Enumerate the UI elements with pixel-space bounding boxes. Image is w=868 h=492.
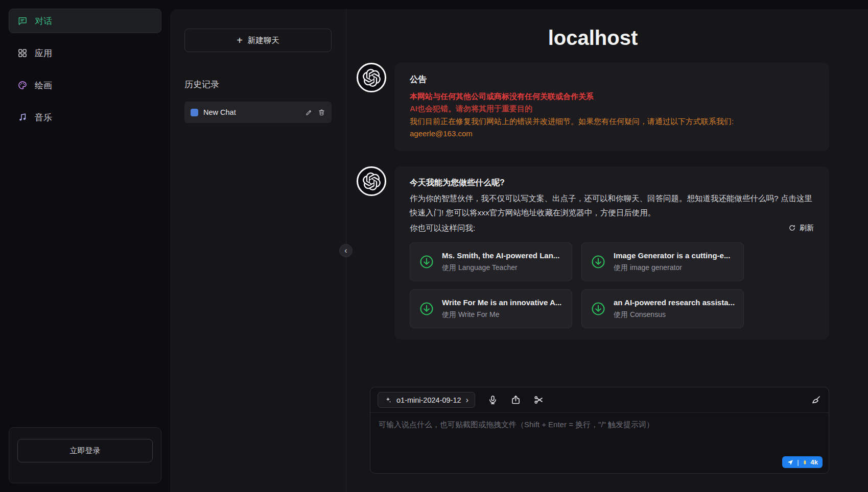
suggestion-card[interactable]: an AI-powered research assista... 使用 Con… [581,289,744,328]
music-note-icon [17,112,28,122]
sidebar-item-label: 应用 [35,47,52,59]
page-title: localhost [357,27,829,50]
palette-icon [17,80,28,90]
scissors-icon[interactable] [533,395,544,405]
circle-arrow-down-icon [418,301,435,317]
chat-bubble-icon [17,16,28,26]
sidebar-item-label: 对话 [35,15,52,27]
refresh-button[interactable]: 刷新 [788,224,814,233]
welcome-bubble: 今天我能为您做些什么呢? 作为你的智慧伙伴，我不仅可以写文案、出点子，还可以和你… [394,166,829,339]
plus-icon: + [237,35,243,45]
composer-input-area: | 4k [370,413,829,473]
microphone-icon[interactable] [487,395,498,405]
suggestion-texts: Ms. Smith, the AI-powered Lan... 使用 Lang… [442,251,559,273]
refresh-label: 刷新 [800,224,814,233]
composer: o1-mini-2024-09-12 › | 4k [370,387,829,474]
login-panel: 立即登录 [9,427,161,483]
send-button[interactable]: | 4k [782,456,823,468]
history-title: 历史记录 [184,79,332,90]
sidebar: 对话 应用 绘画 音乐 立即登录 [0,0,170,492]
sidebar-item-label: 音乐 [35,112,52,124]
clean-broom-icon[interactable] [811,395,822,405]
main-chat-area: localhost 公告 本网站与任何其他公司或商标没有任何关联或合作关系 AI… [346,9,868,492]
login-button[interactable]: 立即登录 [17,439,153,462]
suggestion-title: Ms. Smith, the AI-powered Lan... [442,251,559,260]
suggestion-texts: an AI-powered research assista... 使用 Con… [614,298,735,319]
suggestion-subtitle: 使用 image generator [614,263,730,273]
openai-logo-icon [363,173,381,190]
sidebar-item-label: 绘画 [35,80,52,91]
suggestion-subtitle: 使用 Consensus [614,310,735,319]
sparkle-icon [384,396,392,404]
token-count: 4k [811,458,818,466]
send-plane-icon [787,459,794,466]
circle-arrow-down-icon [590,254,606,270]
announcement-line2: AI也会犯错。请勿将其用于重要目的 [410,103,814,115]
model-selector[interactable]: o1-mini-2024-09-12 › [378,392,475,408]
message-input[interactable] [379,420,820,456]
edit-pencil-icon[interactable] [305,109,313,116]
refresh-icon [788,224,796,232]
ask-row: 你也可以这样问我: 刷新 [410,221,814,235]
welcome-title: 今天我能为您做些什么呢? [410,178,814,188]
chevron-left-icon: ‹ [344,247,347,255]
announcement-line3: 我们目前正在修复我们网站上的错误并改进细节。如果您有任何疑问，请通过以下方式联系… [410,115,814,128]
announcement-line1: 本网站与任何其他公司或商标没有任何关联或合作关系 [410,90,814,103]
announcement-bubble: 公告 本网站与任何其他公司或商标没有任何关联或合作关系 AI也会犯错。请勿将其用… [394,63,829,151]
chat-item-icon [191,109,198,116]
badge-divider: | [797,458,799,466]
sidebar-item-apps[interactable]: 应用 [9,41,161,65]
circle-arrow-down-icon [590,301,606,317]
openai-logo-icon [363,69,381,87]
chat-history-item[interactable]: New Chat [184,102,332,123]
apps-grid-icon [17,48,28,58]
sidebar-item-music[interactable]: 音乐 [9,105,161,130]
circle-arrow-down-icon [418,254,435,270]
suggestion-card[interactable]: Ms. Smith, the AI-powered Lan... 使用 Lang… [410,242,572,281]
new-chat-button[interactable]: + 新建聊天 [184,29,332,52]
chat-item-title: New Chat [203,108,300,116]
content-panel: + 新建聊天 历史记录 New Chat ‹ localhost [170,9,868,492]
new-chat-label: 新建聊天 [248,35,279,46]
welcome-message: 今天我能为您做些什么呢? 作为你的智慧伙伴，我不仅可以写文案、出点子，还可以和你… [357,166,829,339]
welcome-body: 作为你的智慧伙伴，我不仅可以写文案、出点子，还可以和你聊天、回答问题。想知道我还… [410,191,814,220]
chevron-right-icon: › [466,396,469,404]
sidebar-item-drawing[interactable]: 绘画 [9,73,161,97]
suggestion-texts: Write For Me is an innovative A... 使用 Wr… [442,298,561,319]
suggestion-subtitle: 使用 Language Teacher [442,263,559,273]
suggestion-grid: Ms. Smith, the AI-powered Lan... 使用 Lang… [410,242,814,328]
suggestion-title: Image Generator is a cutting-e... [614,251,730,260]
model-name: o1-mini-2024-09-12 [396,396,461,404]
contact-email-link[interactable]: ageerle@163.com [410,128,473,140]
composer-toolbar: o1-mini-2024-09-12 › [370,387,829,413]
announcement-message: 公告 本网站与任何其他公司或商标没有任何关联或合作关系 AI也会犯错。请勿将其用… [357,63,829,151]
announcement-title: 公告 [410,74,814,85]
sidebar-item-chat[interactable]: 对话 [9,9,161,33]
delete-trash-icon[interactable] [318,109,325,116]
assistant-avatar [357,166,386,196]
suggestion-title: Write For Me is an innovative A... [442,298,561,307]
upload-icon[interactable] [510,395,521,405]
suggestion-texts: Image Generator is a cutting-e... 使用 ima… [614,251,730,273]
ask-text: 你也可以这样问我: [410,221,475,235]
collapse-sidebar-button[interactable]: ‹ [339,244,353,257]
suggestion-card[interactable]: Image Generator is a cutting-e... 使用 ima… [581,242,744,281]
suggestion-title: an AI-powered research assista... [614,298,735,307]
suggestion-subtitle: 使用 Write For Me [442,310,561,319]
token-battery-icon [802,458,808,466]
suggestion-card[interactable]: Write For Me is an innovative A... 使用 Wr… [410,289,572,328]
chat-list-panel: + 新建聊天 历史记录 New Chat ‹ [170,9,346,492]
assistant-avatar [357,63,386,92]
app: 对话 应用 绘画 音乐 立即登录 + 新建聊天 历史记录 [0,0,868,492]
